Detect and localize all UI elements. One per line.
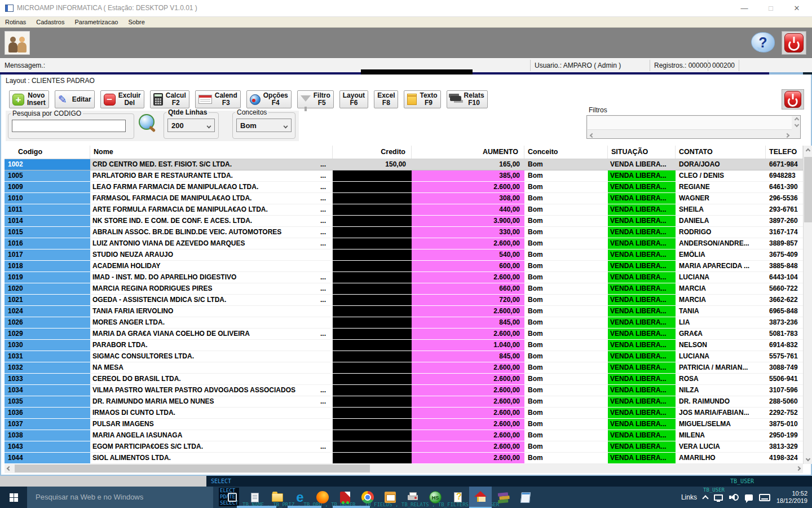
row-detail-ellipsis-button[interactable]: ... [320, 193, 333, 204]
row-detail-ellipsis-button[interactable] [326, 261, 333, 271]
row-detail-ellipsis-button[interactable]: ... [320, 204, 333, 215]
row-detail-ellipsis-button[interactable]: ... [320, 227, 333, 238]
toolbar-novo-button[interactable]: +NovoInsert [9, 90, 49, 108]
toolbar-calend-button[interactable]: CalendF3 [195, 90, 241, 108]
taskbar-item-edge[interactable] [289, 487, 311, 508]
taskbar-item-firefox[interactable] [311, 487, 334, 508]
menu-item-sobre[interactable]: Sobre [123, 19, 149, 25]
table-row[interactable]: 1021OGEDA - ASSISTENCIA MDICA S/C LTDA..… [5, 295, 803, 306]
scroll-right-icon[interactable] [794, 464, 803, 473]
table-row[interactable]: 1036IRMAOS DI CUNTO LTDA.2.600,00BomVEND… [5, 408, 803, 419]
chevron-up-icon[interactable] [702, 495, 708, 501]
taskbar-item-chrome[interactable] [356, 487, 379, 508]
start-button[interactable] [0, 487, 27, 508]
row-detail-ellipsis-button[interactable]: ... [320, 441, 333, 452]
maximize-button[interactable]: □ [761, 0, 780, 16]
horizontal-scroll-thumb[interactable] [15, 465, 370, 472]
table-row[interactable]: 1015ABRALIN ASSOC. BR.DE BLIND.DE VEIC. … [5, 227, 803, 238]
column-header-codigo[interactable]: Codigo [5, 146, 90, 159]
table-row[interactable]: 1029MARIA DA GRA€A VIANA COELHO DE OLIVE… [5, 329, 803, 340]
table-row[interactable]: 1005PARLATORIO BAR E RESTAURANTE LTDA...… [5, 170, 803, 182]
exit-power-button[interactable] [782, 31, 806, 55]
search-icon[interactable] [138, 113, 157, 134]
taskbar-search-input[interactable]: Pesquisar na Web e no Windows [27, 487, 213, 508]
table-row[interactable]: 1034VILMA PASTRO WALTER PASTRO ADVOGADOS… [5, 385, 803, 396]
toolbar-excel-button[interactable]: ExcelF8 [374, 90, 398, 108]
toolbar-filtro-button[interactable]: FiltroF5 [297, 90, 334, 108]
taskbar-item-winrar[interactable] [492, 487, 514, 508]
table-row[interactable]: 1024TANIA FARIA IERVOLINO2.600,00BomVEND… [5, 306, 803, 317]
network-icon[interactable] [714, 494, 723, 501]
row-detail-ellipsis-button[interactable]: ... [320, 295, 333, 305]
scroll-up-icon[interactable] [795, 117, 799, 122]
taskbar-item-notepad[interactable] [514, 487, 537, 508]
table-row[interactable]: 1030PARABOR LTDA.1.040,00BomVENDA LIBERA… [5, 340, 803, 351]
toolbar-calcul-button[interactable]: CalculF2 [150, 90, 189, 108]
row-detail-ellipsis-button[interactable]: ... [320, 170, 333, 181]
table-row[interactable]: 1026MORES ANGER LTDA.845,00BomVENDA LIBE… [5, 317, 803, 329]
row-detail-ellipsis-button[interactable]: ... [320, 329, 333, 339]
scroll-right-icon[interactable] [785, 133, 789, 138]
taskbar-item-help-doc[interactable] [447, 487, 469, 508]
table-row[interactable]: 1018ACADEMIA HOLIDAY600,00BomVENDA LIBER… [5, 261, 803, 272]
row-detail-ellipsis-button[interactable]: ... [320, 396, 333, 407]
row-detail-ellipsis-button[interactable]: ... [320, 216, 333, 226]
scroll-down-icon[interactable] [795, 122, 799, 127]
toolbar-excluir-button[interactable]: −ExcluirDel [100, 90, 144, 108]
scroll-left-icon[interactable] [5, 464, 14, 473]
vertical-scroll-thumb[interactable] [804, 157, 812, 222]
taskbar-item-microamp[interactable] [469, 487, 492, 508]
column-header-aumento[interactable]: AUMENTO [412, 146, 524, 159]
minimize-button[interactable]: — [735, 0, 754, 16]
taskbar-item-hs[interactable]: HS [424, 487, 447, 508]
table-row[interactable]: 1037PULSAR IMAGENS2.600,00BomVENDA LIBER… [5, 419, 803, 430]
scroll-left-icon[interactable] [590, 133, 594, 138]
row-detail-ellipsis-button[interactable] [326, 453, 333, 463]
row-detail-ellipsis-button[interactable] [326, 317, 333, 328]
table-row[interactable]: 1038MARIA ANGELA IASUNAGA2.600,00BomVEND… [5, 430, 803, 441]
table-row[interactable]: 1002CRD CENTRO MED. EST. FISIOT. S/C LTD… [5, 159, 803, 170]
table-row[interactable]: 1009LEAO FARMA FARMACIA DE MANIPULA€AO L… [5, 182, 803, 193]
notifications-icon[interactable] [745, 494, 753, 501]
toolbar-opcoes-button[interactable]: OpçõesF4 [246, 90, 292, 108]
search-input[interactable] [12, 120, 126, 132]
table-row[interactable]: 1020MARCIA REGINA RODRIGUES PIRES...660,… [5, 283, 803, 295]
table-row[interactable]: 1019IMAD - INST. MD. DO APARELHO DIGESTI… [5, 272, 803, 283]
table-row[interactable]: 1016LUIZ ANTONIO VIANA DE AZEVEDO MARQUE… [5, 238, 803, 249]
qtde-linhas-select[interactable]: 200 [167, 119, 215, 132]
column-header-situação[interactable]: SITUAÇÃO [608, 146, 676, 159]
horizontal-scrollbar[interactable] [5, 464, 803, 473]
column-header-nome[interactable]: Nome [90, 146, 333, 159]
scroll-up-icon[interactable] [804, 146, 812, 156]
toolbar-relats-button[interactable]: RelatsF10 [447, 90, 488, 108]
row-detail-ellipsis-button[interactable] [326, 419, 333, 430]
row-detail-ellipsis-button[interactable]: ... [320, 272, 333, 283]
column-header-contato[interactable]: CONTATO [676, 146, 766, 159]
table-row[interactable]: 1035DR. RAIMUNDO MARIA MELO NUNES...2.60… [5, 396, 803, 408]
filtros-listbox[interactable] [586, 115, 801, 139]
links-toolbar-label[interactable]: Links [681, 493, 697, 501]
table-row[interactable]: 1044SIOL ALIMENTOS LTDA.2.600,00BomVENDA… [5, 453, 803, 464]
row-detail-ellipsis-button[interactable]: ... [320, 182, 333, 192]
help-question-icon[interactable]: ? [751, 32, 775, 52]
menu-item-cadastros[interactable]: Cadastros [31, 19, 69, 25]
taskbar-clock[interactable]: 10:52 18/12/2019 [776, 490, 810, 505]
row-detail-ellipsis-button[interactable] [326, 408, 333, 418]
taskbar-item-file-explorer[interactable] [266, 487, 289, 508]
close-button[interactable]: ✕ [787, 0, 806, 16]
menu-item-rotinas[interactable]: Rotinas [0, 19, 31, 25]
vertical-scrollbar[interactable] [803, 146, 812, 464]
row-detail-ellipsis-button[interactable]: ... [320, 283, 333, 294]
column-header-conceito[interactable]: Conceito [524, 146, 608, 159]
taskbar-item-print-tool[interactable] [401, 487, 424, 508]
taskbar-item-outlook[interactable] [379, 487, 401, 508]
row-detail-ellipsis-button[interactable] [326, 249, 333, 260]
scroll-down-icon[interactable] [804, 454, 812, 464]
table-row[interactable]: 1031SIGMAC CONSULTORES LTDA.845,00BomVEN… [5, 351, 803, 362]
toolbar-editar-button[interactable]: ✎Editar [55, 90, 95, 108]
row-detail-ellipsis-button[interactable]: ... [320, 159, 333, 170]
row-detail-ellipsis-button[interactable]: ... [320, 385, 333, 396]
table-row[interactable]: 1033CEREOL DO BRASIL LTDA.2.600,00BomVEN… [5, 374, 803, 385]
table-row[interactable]: 1010FARMASOL FARMACIA DE MANIPULA€AO LTD… [5, 193, 803, 204]
volume-icon[interactable] [729, 493, 739, 501]
